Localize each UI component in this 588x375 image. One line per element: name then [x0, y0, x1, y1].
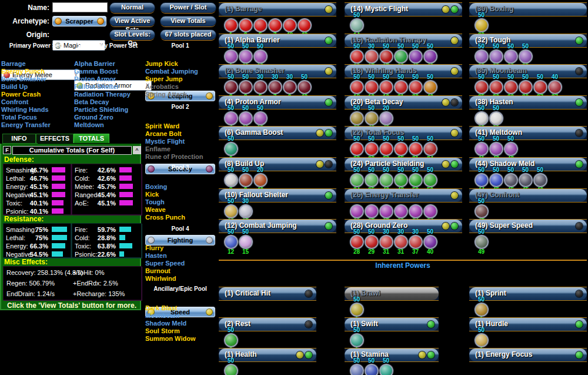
enhancement-icon[interactable] [423, 142, 437, 156]
enhancement-icon[interactable] [365, 49, 379, 64]
enhancement-slot[interactable]: 5029 [364, 229, 379, 255]
enhancement-icon[interactable] [239, 80, 253, 94]
enhancement-icon[interactable] [224, 204, 238, 218]
enhancement-slot[interactable]: 501 [223, 358, 238, 375]
enhancement-icon[interactable] [350, 235, 364, 249]
enhancement-icon[interactable] [394, 142, 408, 156]
enhancement-slot[interactable]: 3037 [408, 229, 423, 255]
expand-icon[interactable]: ^ [133, 146, 141, 154]
primary-power-build-up[interactable]: Build Up [1, 83, 72, 91]
enhancement-icon[interactable] [365, 80, 379, 94]
enhancement-icon[interactable] [239, 235, 253, 249]
enhancement-icon[interactable] [379, 111, 393, 125]
enhancement-icon[interactable] [350, 18, 364, 32]
enhancement-icon[interactable] [379, 204, 393, 218]
enhancement-icon[interactable] [394, 80, 408, 94]
view-active-sets-button[interactable]: View Active Sets [109, 16, 155, 26]
enhancement-icon[interactable] [224, 142, 238, 156]
pool-power-burnout[interactable]: Burnout [145, 267, 216, 275]
pool-power-kick[interactable]: Kick [145, 191, 216, 198]
pool-power-cross-punch[interactable]: Cross Punch [145, 214, 216, 221]
enhancement-icon[interactable] [239, 49, 253, 64]
secondary-power-beta-decay[interactable]: Beta Decay [74, 98, 143, 106]
enhancement-icon[interactable] [379, 80, 393, 94]
secondary-power-ground-zero[interactable]: Ground Zero [74, 114, 143, 121]
enhancement-icon[interactable] [548, 80, 562, 94]
enhancement-icon[interactable] [253, 111, 268, 125]
enhancement-slot[interactable]: 5028 [349, 229, 364, 255]
enhancement-icon[interactable] [409, 49, 423, 64]
pool-power-spring-attack[interactable]: Spring Attack [145, 91, 216, 98]
enhancement-icon[interactable] [394, 49, 408, 64]
enhancement-icon[interactable] [350, 364, 364, 375]
enhancement-icon[interactable] [253, 80, 268, 94]
enhancement-icon[interactable] [365, 173, 379, 187]
tab-info[interactable]: INFO [2, 134, 36, 143]
primary-power-confront[interactable]: Confront [1, 98, 72, 106]
pool-power-boxing[interactable]: Boxing [145, 183, 216, 191]
enhancement-icon[interactable] [253, 173, 268, 187]
enhancement-icon[interactable] [409, 204, 423, 218]
enhancement-icon[interactable] [475, 235, 489, 249]
pool-power-soul-storm[interactable]: Soul Storm [145, 327, 216, 335]
enhancement-icon[interactable] [350, 303, 364, 317]
enhancement-icon[interactable] [423, 80, 437, 94]
enhancement-icon[interactable] [533, 80, 547, 94]
enhancement-icon[interactable] [283, 18, 297, 32]
enhancement-icon[interactable] [379, 142, 393, 156]
enhancement-icon[interactable] [504, 142, 518, 156]
enhancement-slot[interactable]: 3031 [393, 229, 408, 255]
pool-power-jump-kick[interactable]: Jump Kick [145, 60, 216, 68]
enhancement-icon[interactable] [239, 173, 253, 187]
enhancement-icon[interactable] [253, 49, 268, 64]
enhancement-icon[interactable] [394, 235, 408, 249]
enhancement-icon[interactable] [475, 111, 489, 125]
enhancement-icon[interactable] [224, 111, 238, 125]
enhancement-icon[interactable] [475, 49, 489, 64]
secondary-power-alpha-barrier[interactable]: Alpha Barrier [74, 60, 143, 68]
enhancement-icon[interactable] [475, 333, 489, 347]
pool-power-combat-jumping[interactable]: Combat Jumping [145, 68, 216, 75]
pool-power-dark-blast[interactable]: Dark Blast [145, 304, 216, 312]
enhancement-icon[interactable] [504, 173, 518, 187]
enhancement-icon[interactable] [239, 111, 253, 125]
power-bar[interactable]: (1) Energy Focus [469, 348, 587, 362]
enhancement-icon[interactable] [519, 49, 533, 64]
pool-power-hasten[interactable]: Hasten [145, 252, 216, 260]
secondary-power-meltdown[interactable]: Meltdown [74, 121, 143, 129]
power-slot-button[interactable]: Power / Slot [160, 2, 216, 13]
slots-placed-button[interactable]: 67 slots placed [160, 29, 216, 40]
enhancement-slot[interactable]: 501 [349, 358, 364, 375]
enhancement-icon[interactable] [519, 173, 533, 187]
normal-button[interactable]: Normal [109, 2, 155, 13]
tab-effects[interactable]: EFFECTS [36, 134, 74, 143]
enhancement-icon[interactable] [475, 303, 489, 317]
float-button[interactable]: F [3, 146, 11, 154]
enhancement-icon[interactable] [394, 173, 408, 187]
secondary-power-gamma-boost[interactable]: Gamma Boost [74, 68, 143, 75]
enhancement-icon[interactable] [533, 173, 547, 187]
enhancement-icon[interactable] [409, 80, 423, 94]
enhancement-icon[interactable] [350, 142, 364, 156]
pool-power-whirlwind[interactable]: Whirlwind [145, 275, 216, 283]
name-input[interactable] [52, 2, 108, 12]
enhancement-icon[interactable] [350, 111, 364, 125]
enhancement-slot[interactable]: 5021 [364, 358, 379, 375]
enhancement-slot[interactable]: 5050 [379, 358, 393, 375]
pool-power-rune-of-protection[interactable]: Rune of Protection [145, 153, 216, 161]
power-bar[interactable]: (1) Critical Hit [219, 287, 316, 301]
enhancement-icon[interactable] [394, 204, 408, 218]
enhancement-icon[interactable] [423, 235, 437, 249]
secondary-power-proton-armor[interactable]: Proton Armor [74, 75, 143, 83]
archetype-selector[interactable]: Scrapper [52, 16, 106, 26]
enhancement-icon[interactable] [224, 18, 238, 32]
pool-power-flurry[interactable]: Flurry [145, 244, 216, 252]
enhancement-icon[interactable] [239, 204, 253, 218]
primary-power-power-crash[interactable]: Power Crash [1, 91, 72, 98]
pool-power-weave[interactable]: Weave [145, 206, 216, 214]
enhancement-slot[interactable]: 5049 [474, 229, 489, 255]
archetype-prev-icon[interactable] [55, 18, 62, 25]
enhancement-icon[interactable] [224, 80, 238, 94]
primary-power-energy-transfer[interactable]: Energy Transfer [1, 121, 72, 129]
enhancement-icon[interactable] [239, 18, 253, 32]
